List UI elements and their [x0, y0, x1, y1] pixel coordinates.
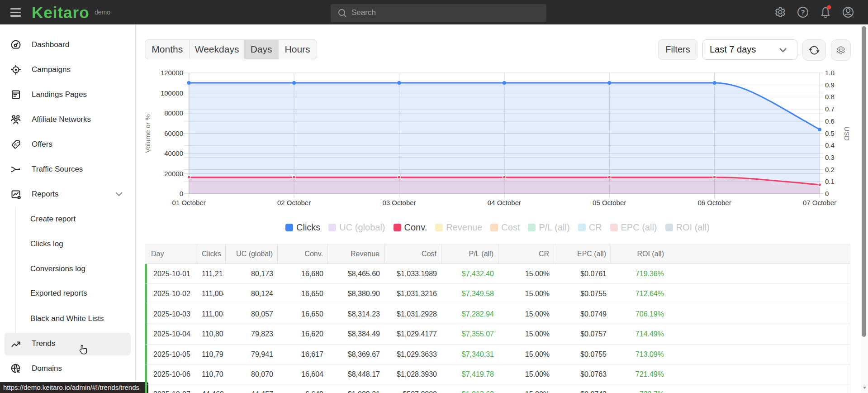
- svg-text:03 October: 03 October: [382, 199, 416, 206]
- svg-text:120000: 120000: [161, 69, 183, 77]
- svg-text:80000: 80000: [164, 109, 183, 117]
- svg-text:04 October: 04 October: [488, 199, 521, 206]
- svg-text:0.5: 0.5: [825, 129, 835, 137]
- svg-text:40000: 40000: [164, 149, 183, 157]
- svg-text:Volume or %: Volume or %: [145, 114, 152, 153]
- svg-text:07 October: 07 October: [803, 199, 836, 206]
- svg-text:0: 0: [180, 190, 183, 197]
- svg-text:02 October: 02 October: [277, 199, 311, 206]
- svg-text:1.0: 1.0: [825, 69, 835, 77]
- svg-text:0.1: 0.1: [825, 177, 835, 185]
- svg-text:05 October: 05 October: [593, 199, 626, 206]
- svg-text:0.7: 0.7: [825, 105, 835, 113]
- svg-text:100000: 100000: [161, 89, 183, 97]
- svg-text:0.9: 0.9: [825, 81, 835, 89]
- svg-text:06 October: 06 October: [697, 199, 731, 206]
- svg-text:0.2: 0.2: [825, 166, 835, 173]
- svg-text:0.4: 0.4: [825, 141, 835, 149]
- svg-text:60000: 60000: [164, 129, 183, 137]
- svg-text:20000: 20000: [164, 170, 183, 177]
- svg-text:S: S: [14, 142, 17, 147]
- svg-text:0.3: 0.3: [825, 153, 835, 161]
- svg-text:01 October: 01 October: [172, 199, 206, 206]
- svg-text:0.6: 0.6: [825, 117, 835, 125]
- svg-text:USD: USD: [843, 126, 851, 141]
- svg-text:0.8: 0.8: [825, 93, 835, 101]
- svg-text:0: 0: [825, 190, 829, 197]
- svg-text:?: ?: [801, 8, 805, 16]
